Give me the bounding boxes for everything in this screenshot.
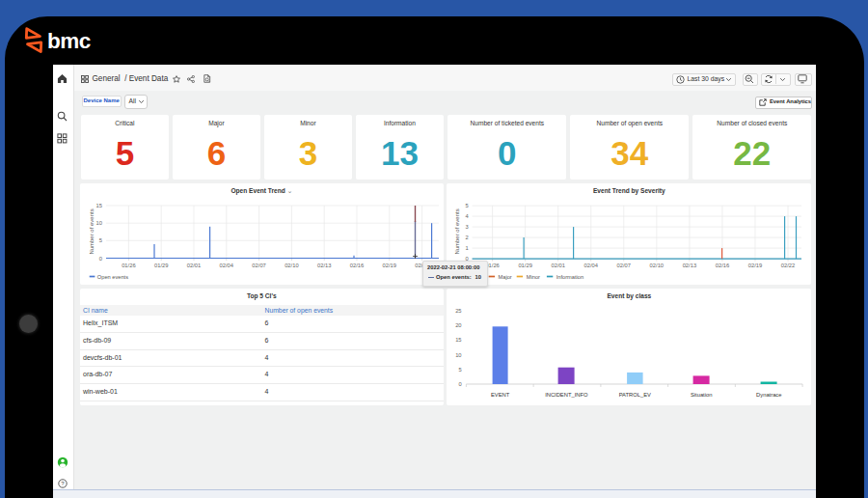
svg-text:Information: Information <box>556 274 583 280</box>
svg-text:02/01: 02/01 <box>552 263 565 268</box>
svg-text:25: 25 <box>456 308 462 314</box>
svg-text:02/13: 02/13 <box>317 263 331 268</box>
svg-text:02/10: 02/10 <box>285 263 298 268</box>
svg-text:02/07: 02/07 <box>252 263 265 268</box>
svg-text:Major: Major <box>499 274 512 280</box>
svg-text:02/16: 02/16 <box>716 263 729 268</box>
svg-text:Number of events: Number of events <box>454 208 460 254</box>
svg-text:02/16: 02/16 <box>350 263 364 268</box>
svg-text:10: 10 <box>456 352 462 358</box>
svg-text:02/04: 02/04 <box>220 263 234 268</box>
svg-text:Dynatrace: Dynatrace <box>757 392 782 398</box>
svg-text:15: 15 <box>96 203 102 208</box>
svg-text:2: 2 <box>466 235 469 240</box>
svg-text:10: 10 <box>96 220 102 226</box>
svg-text:4: 4 <box>466 213 470 219</box>
svg-text:3: 3 <box>466 224 469 230</box>
svg-text:0: 0 <box>459 381 462 387</box>
svg-text:02/07: 02/07 <box>617 263 631 268</box>
svg-text:02/04: 02/04 <box>584 263 599 268</box>
svg-text:5: 5 <box>99 237 102 243</box>
svg-text:01/26: 01/26 <box>122 263 135 268</box>
svg-text:5: 5 <box>466 203 469 208</box>
svg-text:02/19: 02/19 <box>383 263 396 268</box>
svg-text:PATROL_EV: PATROL_EV <box>619 392 651 398</box>
svg-text:02/13: 02/13 <box>683 263 696 268</box>
svg-text:EVENT: EVENT <box>491 392 510 398</box>
svg-text:01/26: 01/26 <box>486 263 500 268</box>
svg-text:02/10: 02/10 <box>650 263 664 268</box>
svg-text:01/29: 01/29 <box>154 263 168 268</box>
svg-text:Open events: Open events <box>97 274 128 280</box>
svg-text:?: ? <box>61 481 65 486</box>
svg-text:Minor: Minor <box>527 274 540 280</box>
svg-text:02/19: 02/19 <box>748 263 762 268</box>
svg-text:01/29: 01/29 <box>519 263 532 268</box>
svg-text:Number of events: Number of events <box>89 208 95 254</box>
svg-text:02/22: 02/22 <box>781 263 795 268</box>
svg-text:15: 15 <box>456 338 462 344</box>
svg-text:20: 20 <box>456 322 462 328</box>
svg-text:Situation: Situation <box>691 392 713 398</box>
svg-text:0: 0 <box>99 256 102 262</box>
svg-text:1: 1 <box>466 245 469 251</box>
svg-text:02/01: 02/01 <box>187 263 201 268</box>
svg-text:INCIDENT_INFO: INCIDENT_INFO <box>546 392 589 398</box>
svg-text:5: 5 <box>459 367 462 373</box>
